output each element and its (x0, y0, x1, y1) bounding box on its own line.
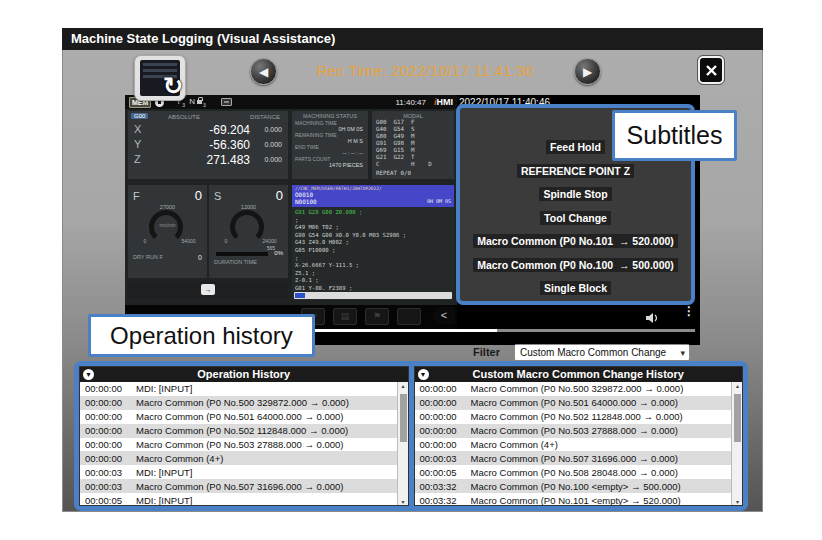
table-row[interactable]: 00:03:32 Macro Common (P0 No.101 <empty>… (415, 493, 732, 506)
video-thumbnail-button[interactable]: ↻ (134, 55, 186, 101)
spindle-value: 0 (276, 188, 283, 203)
event-time: 00:00:00 (80, 453, 136, 464)
spindle-gauge-min: 0 (225, 238, 228, 244)
table-row[interactable]: 00:00:05 MDI: [INPUT] (80, 493, 397, 506)
table-row[interactable]: 00:00:03 Macro Common (P0 No.507 31696.0… (80, 479, 397, 493)
scrollbar-thumb[interactable] (734, 394, 741, 442)
feedrate-panel: F 0 27000 mm/min 0 54000 DRY RUN F 0 (128, 185, 207, 278)
kebab-menu-icon[interactable]: ⋮ (683, 308, 695, 314)
machining-row: PARTS COUNT 1470 PIECES (295, 156, 365, 168)
table-row[interactable]: 00:00:03 Macro Common (P0 No.507 31696.0… (415, 451, 732, 465)
subtitle-line: Macro Common (P0 No.100 → 500.000) (460, 255, 691, 279)
scroll-down-icon[interactable]: ▾ (398, 498, 409, 505)
operation-history-rows: 00:00:00 MDI: [INPUT] 00:00:00 Macro Com… (80, 382, 397, 506)
event-text: Macro Common (P0 No.503 27888.000 → 0.00… (136, 439, 397, 450)
distance-header: DISTANCE (250, 114, 280, 120)
machine-state-logging-page: Machine State Logging (Visual Assistance… (0, 0, 822, 540)
modal-row: G21 G22 T (376, 154, 450, 161)
table-row[interactable]: 00:00:00 Macro Common (P0 No.502 112848.… (415, 410, 732, 424)
feed-value: 0 (195, 188, 202, 203)
machining-value: 1470 PIECES (295, 162, 365, 168)
axis-row: Z 271.483 0.000 (128, 153, 288, 168)
event-text: Macro Common (P0 No.500 329872.000 → 0.0… (136, 397, 397, 408)
table-row[interactable]: 00:00:00 Macro Common (P0 No.502 112848.… (80, 424, 397, 438)
modal-row: G91 G98 M (376, 140, 450, 147)
vertical-scrollbar[interactable]: ▴ ▾ (731, 382, 742, 505)
table-row[interactable]: 00:00:00 Macro Common (P0 No.500 329872.… (80, 396, 397, 410)
absolute-header: ABSOLUTE (168, 114, 200, 120)
axis-distance-value: 0.000 (264, 126, 282, 133)
subtitle-text: REFERENCE POINT Z (517, 164, 634, 178)
duration-label: DURATION TIME (214, 259, 257, 265)
table-row[interactable]: 00:00:00 Macro Common (P0 No.500 329872.… (415, 382, 732, 396)
event-text: Macro Common (4+) (136, 453, 397, 464)
event-time: 00:00:00 (80, 439, 136, 450)
table-row[interactable]: 00:03:32 Macro Common (P0 No.100 <empty>… (415, 479, 732, 493)
subtitle-line: REFERENCE POINT Z (460, 161, 691, 185)
event-time: 00:00:05 (415, 467, 471, 478)
filter-label: Filter (440, 346, 500, 358)
table-row[interactable]: 00:00:00 Macro Common (P0 No.503 27888.0… (80, 438, 397, 452)
subtitle-line: Single Block (460, 278, 691, 302)
program-timer: 0H 0M 0S (427, 198, 451, 205)
display-icon (221, 98, 232, 106)
machining-row: MACHINING TIME 0H 0M 0S (295, 120, 365, 132)
io-bar: → (128, 281, 288, 298)
table-row[interactable]: 00:00:00 Macro Common (P0 No.503 27888.0… (415, 424, 732, 438)
filter-icon[interactable]: ▼ (418, 369, 429, 380)
table-row[interactable]: 00:00:03 MDI: [INPUT] (80, 465, 397, 479)
filter-icon[interactable]: ▼ (83, 369, 94, 380)
event-text: Macro Common (4+) (471, 439, 732, 450)
operation-history-table: ▼ Operation History 00:00:00 MDI: [INPUT… (79, 366, 409, 506)
spindle-percent: 0% (274, 250, 283, 256)
machining-row: END TIME -- : -- : -- (295, 144, 365, 156)
event-time: 00:03:32 (415, 481, 471, 492)
program-scrollbar-thumb[interactable] (295, 293, 305, 298)
gcode-line: Z-0.1 ; (295, 277, 451, 285)
operation-history-title: Operation History (197, 368, 290, 380)
table-row[interactable]: 00:00:00 Macro Common (P0 No.501 64000.0… (80, 410, 397, 424)
event-text: Macro Common (P0 No.508 28048.000 → 0.00… (471, 467, 732, 478)
output-icon[interactable]: → (201, 284, 215, 295)
save-softkey-icon: ▤ (333, 308, 357, 325)
dry-run-value: 0 (198, 254, 202, 261)
program-horizontal-scrollbar[interactable] (294, 292, 452, 299)
refresh-icon: ↻ (163, 72, 183, 100)
program-body: G91 G28 G00 Z0.000 ;;G49 M06 T02 ;G90 G5… (292, 207, 454, 291)
event-text: Macro Common (P0 No.507 31696.000 → 0.00… (136, 481, 397, 492)
volume-icon[interactable] (645, 312, 659, 324)
scroll-up-icon[interactable]: ▴ (398, 382, 409, 389)
next-button[interactable]: ▶ (574, 58, 601, 85)
close-button[interactable] (698, 56, 724, 84)
modal-row: C H D (376, 161, 450, 168)
event-time: 00:00:00 (80, 425, 136, 436)
flag-softkey-icon: ⚑ (365, 308, 389, 325)
gcode-badge: G00 (131, 113, 148, 119)
event-time: 00:00:00 (415, 383, 471, 394)
table-row[interactable]: 00:00:05 Macro Common (P0 No.508 28048.0… (415, 465, 732, 479)
vertical-scrollbar[interactable]: ▴ ▾ (397, 382, 408, 505)
table-row[interactable]: 00:00:00 Macro Common (4+) (80, 451, 397, 465)
axis-letter: Z (134, 153, 141, 165)
macro-change-history-table: ▼ Custom Macro Common Change History 00:… (414, 366, 744, 506)
scroll-down-icon[interactable]: ▾ (732, 498, 743, 505)
table-row[interactable]: 00:00:00 Macro Common (4+) (415, 438, 732, 452)
feed-gauge-max: 54000 (182, 238, 196, 244)
table-row[interactable]: 00:00:00 Macro Common (P0 No.501 64000.0… (415, 396, 732, 410)
gcode-line: G91 G28 G00 Z0.000 ; (295, 209, 451, 217)
gcode-line: X-26.6667 Y-111.5 ; (295, 262, 451, 270)
scrollbar-thumb[interactable] (400, 394, 407, 442)
subtitle-line: Spindle Stop (460, 184, 691, 208)
filter-dropdown[interactable]: Custom Macro Common Change ▾ (514, 344, 690, 361)
table-row[interactable]: 00:00:00 MDI: [INPUT] (80, 382, 397, 396)
prev-button[interactable]: ◀ (250, 58, 277, 85)
machining-status-title: MACHINING STATUS (295, 113, 365, 119)
modal-row: G40 G54 S (376, 126, 450, 133)
spindle-label: S (214, 190, 221, 202)
modal-gcode-panel: MODAL G00 G17 FG40 G54 SG80 G49 MG91 G98… (372, 111, 454, 179)
scroll-up-icon[interactable]: ▴ (732, 382, 743, 389)
program-panel: //CNC_MEM/USER/PATH1/JOHTOP2022/ O0010 N… (292, 185, 454, 300)
axis-position-panel: G00 ABSOLUTE DISTANCE X -69.204 0.000 Y … (128, 111, 288, 179)
feed-label: F (133, 190, 140, 202)
axis-letter: Y (134, 138, 141, 150)
